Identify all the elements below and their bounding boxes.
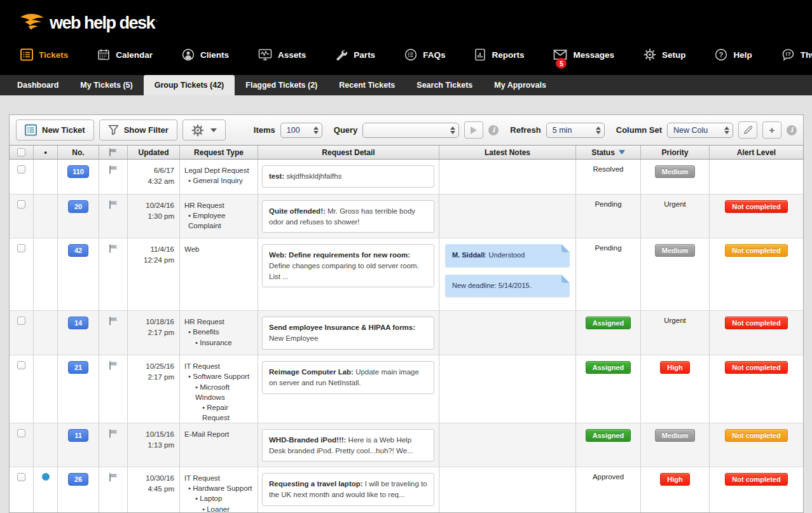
column-header-priority[interactable]: Priority (641, 146, 710, 159)
request-detail-box[interactable]: Send employee Insurance & HIPAA forms: N… (262, 317, 434, 349)
nav-item-setup[interactable]: Setup (643, 48, 686, 61)
column-set-select[interactable]: New Colu (667, 123, 733, 138)
flag-icon[interactable] (109, 473, 118, 482)
row-checkbox[interactable] (17, 361, 25, 369)
ticket-number-badge[interactable]: 20 (68, 200, 88, 213)
nav-item-thwack[interactable]: !?Thwack (781, 48, 812, 61)
request-detail-box[interactable]: Web: Define requirements for new room: D… (262, 244, 434, 287)
nav-item-reports[interactable]: Reports (474, 48, 524, 61)
select-cell (10, 160, 34, 194)
tab-my-approvals[interactable]: My Approvals (483, 75, 557, 95)
tab-dashboard[interactable]: Dashboard (6, 75, 69, 95)
request-detail-box[interactable]: Quite offended!: Mr. Gross has terrible … (262, 200, 434, 233)
alert-level-cell: Not completed (710, 467, 803, 513)
query-select[interactable] (362, 123, 459, 138)
updated-cell: 6/6/17 4:32 am (128, 160, 180, 194)
nav-item-messages[interactable]: 5Messages (553, 49, 614, 60)
row-checkbox[interactable] (17, 429, 25, 437)
alert-level-badge: Not completed (725, 317, 787, 329)
updated-time: 1:30 pm (128, 211, 174, 222)
tab-search-tickets[interactable]: Search Tickets (406, 75, 483, 95)
column-header-no[interactable]: No. (58, 146, 99, 159)
table-row: 14 10/18/16 2:17 pm HR Request• Benefits… (10, 311, 803, 355)
run-query-button[interactable] (464, 121, 483, 139)
row-checkbox[interactable] (17, 317, 25, 325)
ticket-number-badge[interactable]: 21 (68, 361, 88, 374)
request-type-line: E-Mail Report (184, 429, 255, 439)
gear-menu-button[interactable] (182, 120, 226, 140)
svg-text:?: ? (719, 51, 724, 58)
refresh-select[interactable]: 5 min (546, 123, 605, 138)
detail-subject: WHD-Branded iPod!!!: (269, 436, 346, 444)
column-header-request-type[interactable]: Request Type (180, 146, 258, 159)
updated-time: 2:17 pm (128, 372, 174, 383)
nav-item-tickets[interactable]: Tickets (20, 48, 68, 61)
flag-icon[interactable] (109, 361, 118, 370)
ticket-number-badge[interactable]: 26 (68, 473, 88, 486)
ticket-number-badge[interactable]: 42 (68, 244, 88, 257)
flag-icon[interactable] (109, 165, 118, 174)
flag-icon[interactable] (109, 429, 118, 438)
column-header-latest-notes[interactable]: Latest Notes (439, 146, 576, 159)
tab-flagged-tickets[interactable]: Flagged Tickets (2) (235, 75, 328, 95)
edit-column-set-button[interactable] (738, 121, 757, 139)
row-checkbox[interactable] (17, 165, 25, 174)
nav-item-clients[interactable]: Clients (182, 48, 229, 61)
ticket-number-badge[interactable]: 14 (68, 317, 88, 329)
nav-item-help[interactable]: ?Help (715, 48, 752, 61)
query-info-icon[interactable]: i (488, 125, 499, 135)
updated-date: 10/15/16 (128, 429, 174, 440)
select-cell (10, 423, 34, 467)
updated-time: 12:24 pm (128, 255, 174, 266)
add-column-set-button[interactable]: + (762, 121, 781, 139)
nav-item-parts[interactable]: Parts (335, 48, 375, 61)
envelope-icon: 5 (553, 49, 567, 60)
alert-level-cell: Not completed (710, 238, 803, 310)
svg-text:!?: !? (785, 51, 791, 57)
nav-item-calendar[interactable]: Calendar (97, 48, 153, 61)
column-header-request-detail[interactable]: Request Detail (258, 146, 439, 159)
flag-icon[interactable] (109, 317, 118, 325)
flag-column-header[interactable] (99, 146, 128, 159)
status-cell: Assigned (576, 311, 641, 355)
request-type-line: • Benefits (184, 327, 255, 337)
tab-group-tickets[interactable]: Group Tickets (42) (144, 75, 235, 95)
column-header-status[interactable]: Status (576, 146, 641, 159)
flag-icon[interactable] (109, 244, 118, 253)
request-detail-box[interactable]: Requesting a travel laptop: I will be tr… (262, 473, 434, 505)
unread-cell (34, 311, 58, 355)
flag-cell (99, 467, 128, 513)
tab-recent-tickets[interactable]: Recent Tickets (328, 75, 406, 95)
column-header-alert-level[interactable]: Alert Level (710, 146, 803, 159)
sort-desc-icon (619, 150, 625, 154)
column-header-label: Latest Notes (485, 148, 530, 157)
request-detail-box[interactable]: Reimage Computer Lab: Update main image … (262, 361, 434, 393)
note-sticky: New deadline: 5/14/2015. (445, 275, 570, 297)
column-header-dot[interactable]: • (34, 146, 58, 159)
nav-item-label: Tickets (39, 50, 68, 60)
tab-my-tickets[interactable]: My Tickets (5) (69, 75, 143, 95)
request-type-line: • General Inquiry (184, 175, 255, 186)
row-checkbox[interactable] (17, 473, 25, 481)
nav-item-assets[interactable]: Assets (258, 48, 306, 61)
row-checkbox[interactable] (17, 244, 25, 252)
nav-item-faqs[interactable]: FAQs (404, 48, 445, 61)
table-header-row: •No.UpdatedRequest TypeRequest DetailLat… (9, 145, 804, 160)
flag-icon[interactable] (109, 200, 118, 209)
column-header-updated[interactable]: Updated (128, 146, 180, 159)
show-filter-button[interactable]: Show Filter (99, 120, 177, 140)
select-all-checkbox[interactable] (17, 148, 25, 156)
logo-trademark: ’ (156, 19, 157, 27)
request-detail-box[interactable]: WHD-Branded iPod!!!: Here is a Web Help … (262, 429, 434, 462)
items-select[interactable]: 100 (280, 123, 322, 138)
select-all-header[interactable] (10, 146, 34, 159)
ticket-number-badge[interactable]: 11 (68, 429, 88, 442)
row-checkbox[interactable] (17, 200, 25, 209)
request-detail-box[interactable]: test: skjdfhskldjhfalfhs (262, 165, 434, 188)
column-set-info-icon[interactable]: i (787, 125, 797, 135)
new-ticket-button[interactable]: New Ticket (16, 120, 94, 140)
ticket-number-badge[interactable]: 110 (67, 165, 89, 178)
show-filter-label: Show Filter (124, 125, 169, 135)
gear-icon (191, 124, 204, 137)
ticket-no-cell: 42 (58, 238, 99, 310)
